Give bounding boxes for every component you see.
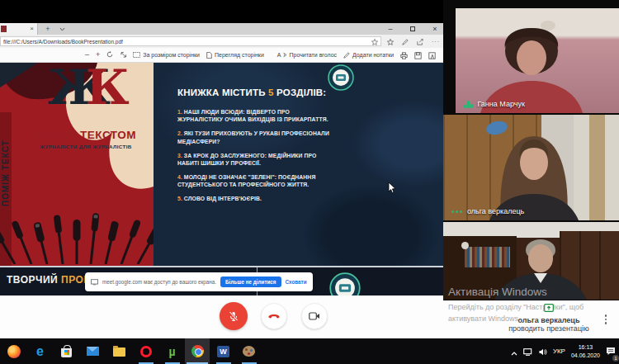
- sound-waves-icon: [283, 52, 286, 58]
- slide-list: 1. НАШІ ЛЮДИ ВСЮДИ: ВІДВЕРТО ПРО ЖУРНАЛІ…: [177, 108, 334, 210]
- annotate-pen-icon[interactable]: [402, 34, 409, 49]
- taskbar-word-icon[interactable]: W: [216, 344, 230, 358]
- slide-heading: КНИЖКА МІСТИТЬ 5 РОЗДІЛІВ:: [177, 87, 326, 97]
- leave-call-button[interactable]: [261, 303, 287, 329]
- address-bar: file:///C:/Users/A/Downloads/BookPresent…: [0, 35, 443, 48]
- window-close-button[interactable]: ×: [426, 23, 444, 35]
- person-silhouette: [456, 8, 619, 113]
- participant-name: ольга веркалець: [467, 207, 524, 215]
- desktop-screen: × + – × file:///C:/Users/A/Downloads/Boo…: [0, 0, 619, 364]
- hangup-phone-icon: [267, 313, 281, 319]
- list-item: 1. НАШІ ЛЮДИ ВСЮДИ: ВІДВЕРТО ПРО ЖУРНАЛІ…: [177, 108, 334, 123]
- university-logo: [328, 64, 354, 91]
- pdf-toolbar: – + За розміром сторінки Перегляд сторін…: [0, 48, 443, 63]
- new-tab-button[interactable]: +: [41, 23, 54, 35]
- taskbar-explorer-icon[interactable]: [112, 344, 126, 358]
- list-item: 2. ЯКІ ТУЗИ ПРИХОВУЮТЬ У РУКАВІ ПРОФЕСІО…: [177, 130, 334, 144]
- taskbar-utorrent-icon[interactable]: µ: [165, 344, 179, 358]
- participant-video-hanna-marchuk[interactable]: Ганна Марчук: [456, 8, 619, 113]
- presenting-toast: ольга веркалець проводить презентацію: [495, 300, 602, 333]
- pdf-slide-1: ЖК ПОМІЖ ТЕКСТОМ ЖУРНАЛІСТИ ДЛЯ ЖУРНАЛІС…: [0, 63, 443, 266]
- pdf-favicon: [1, 26, 7, 32]
- url-field[interactable]: file:///C:/Users/A/Downloads/BookPresent…: [0, 36, 381, 46]
- tab-bar: × + – ×: [0, 23, 443, 35]
- windows-activation-watermark: Активація Windows: [448, 286, 547, 298]
- taskbar-store-icon[interactable]: [59, 344, 73, 358]
- language-indicator[interactable]: УКР: [553, 347, 565, 355]
- toast-presenter-name: ольга веркалець: [495, 316, 602, 324]
- tray-date: 04.06.2020: [571, 352, 600, 359]
- maximize-icon: [410, 26, 415, 31]
- list-item: 5. СЛОВО ВІД ІНТЕРВ'ЮЄРІВ.: [177, 195, 334, 202]
- system-tray: УКР 16:13 04.06.2020 1: [511, 338, 616, 364]
- fit-to-window-icon[interactable]: [118, 50, 129, 60]
- taskbar-paint-icon[interactable]: [242, 344, 256, 358]
- action-center-icon[interactable]: 1: [606, 344, 616, 359]
- network-icon[interactable]: [523, 344, 533, 359]
- window-maximize-button[interactable]: [404, 23, 422, 35]
- page-view-icon: [206, 52, 212, 59]
- favorite-star-icon[interactable]: [371, 34, 378, 49]
- page-view-button[interactable]: Перегляд сторінки: [206, 52, 264, 59]
- mute-microphone-button[interactable]: [220, 302, 248, 330]
- taskbar-firefox-icon[interactable]: [7, 344, 21, 358]
- microphones-art: [0, 210, 154, 264]
- favorites-icon[interactable]: [387, 34, 394, 49]
- share-notice-text: meet.google.com має доступ до вашого екр…: [102, 279, 216, 285]
- add-notes-button[interactable]: Додати нотатки: [343, 52, 394, 59]
- taskbar-opera-icon[interactable]: [139, 344, 153, 358]
- book-spine-text: ПОМІЖ ТЕКСТ: [1, 124, 10, 206]
- participant-name-tag: ольга веркалець: [451, 207, 524, 215]
- fit-page-button[interactable]: За розміром сторінки: [133, 52, 200, 58]
- url-text: file:///C:/Users/A/Downloads/BookPresent…: [3, 39, 123, 45]
- read-aloud-button[interactable]: A Прочитати вголос: [277, 52, 337, 58]
- fit-page-icon: [133, 52, 140, 58]
- share-icon[interactable]: [417, 34, 423, 49]
- browser-menu-icon[interactable]: ···: [432, 39, 440, 45]
- stop-sharing-button[interactable]: Більше не ділитися: [220, 277, 281, 287]
- tab-book-presentation[interactable]: ×: [0, 23, 38, 35]
- participant-video-olha-verkalets[interactable]: ольга веркалець: [443, 115, 619, 220]
- camera-button[interactable]: [301, 303, 328, 329]
- mouse-cursor: [388, 182, 396, 194]
- volume-icon[interactable]: [539, 344, 547, 359]
- university-logo: [329, 272, 361, 295]
- person-silhouette: [443, 115, 619, 220]
- zoom-out-button[interactable]: –: [85, 51, 89, 59]
- book-cover: ЖК ПОМІЖ ТЕКСТОМ ЖУРНАЛІСТИ ДЛЯ ЖУРНАЛІС…: [0, 63, 154, 266]
- windows-taskbar: e µ W УКР 16:13 04.06.2020: [0, 338, 619, 364]
- taskbar-chrome-icon[interactable]: [191, 344, 205, 358]
- list-item: 3. ЗА КРОК ДО ЗАСЛУЖЕНОГО: МЕДІЙНИКИ ПРО…: [177, 152, 334, 167]
- zk-monogram: ЖК: [48, 63, 130, 117]
- tab-close-icon[interactable]: ×: [30, 26, 34, 32]
- present-screen-icon: [544, 300, 554, 315]
- toast-presenting-text: проводить презентацію: [495, 324, 602, 333]
- taskbar-edge-icon[interactable]: e: [33, 344, 47, 358]
- mic-off-icon: [228, 310, 239, 322]
- hide-notice-link[interactable]: Сховати: [286, 279, 307, 285]
- zoom-in-button[interactable]: +: [96, 51, 100, 59]
- camera-icon: [309, 312, 320, 320]
- slide-text-area: КНИЖКА МІСТИТЬ 5 РОЗДІЛІВ: 1. НАШІ ЛЮДИ …: [154, 63, 443, 266]
- notification-badge: 1: [612, 355, 619, 362]
- save-icon[interactable]: [414, 48, 422, 63]
- list-item: 4. МОЛОДІ НЕ ОЗНАЧАЄ "ЗЕЛЕНІ": ПОЄДНАННЯ…: [177, 173, 334, 188]
- speaking-indicator-icon: [464, 101, 473, 108]
- tray-time: 16:13: [571, 343, 600, 351]
- tab-list-chevron-icon[interactable]: [56, 23, 68, 35]
- screen-icon: [91, 279, 98, 286]
- rotate-icon[interactable]: [106, 51, 113, 59]
- tray-clock[interactable]: 16:13 04.06.2020: [571, 343, 600, 359]
- window-minimize-button[interactable]: –: [381, 23, 399, 35]
- book-subtitle: ЖУРНАЛІСТИ ДЛЯ ЖУРНАЛІСТІВ: [21, 144, 150, 149]
- taskbar-mail-icon[interactable]: [86, 344, 100, 358]
- screen-share-notice: meet.google.com має доступ до вашого екр…: [85, 272, 313, 291]
- participant-name-tag: Ганна Марчук: [464, 100, 525, 108]
- save-as-icon[interactable]: [428, 48, 436, 63]
- audio-dots-icon: [451, 210, 462, 213]
- book-title: ПОМІЖ ТЕКСТОМ: [21, 129, 150, 141]
- tray-chevron-icon[interactable]: [511, 344, 517, 359]
- edge-browser-window: × + – × file:///C:/Users/A/Downloads/Boo…: [0, 23, 443, 295]
- toast-more-options-icon[interactable]: [602, 314, 610, 324]
- print-icon[interactable]: [400, 48, 408, 63]
